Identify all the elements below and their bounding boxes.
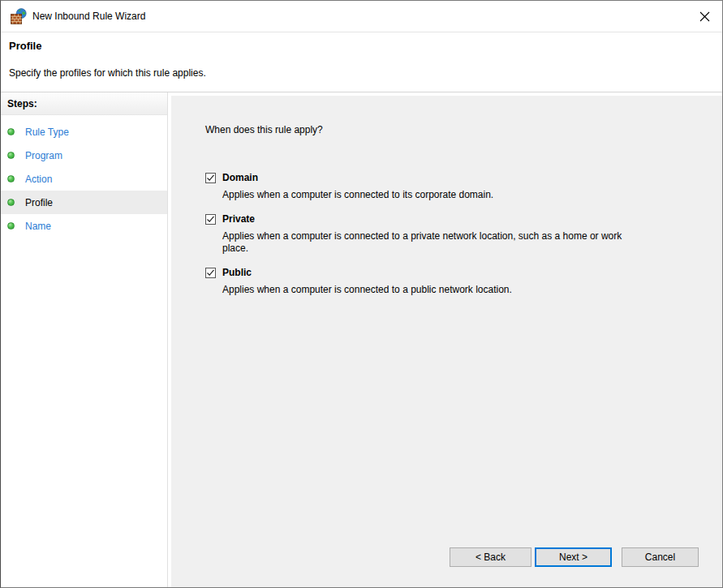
step-label: Profile bbox=[25, 197, 53, 208]
step-complete-icon bbox=[7, 128, 15, 135]
page-header: Profile Specify the profiles for which t… bbox=[1, 32, 722, 92]
domain-description: Applies when a computer is connected to … bbox=[222, 189, 638, 201]
profile-option-private: Private Applies when a computer is conne… bbox=[205, 213, 699, 255]
step-label: Action bbox=[25, 174, 52, 185]
public-description: Applies when a computer is connected to … bbox=[222, 284, 638, 296]
checkmark-icon bbox=[206, 268, 215, 277]
sidebar-item-name[interactable]: Name bbox=[1, 214, 167, 238]
wizard-button-row: < Back Next > Cancel bbox=[205, 547, 699, 567]
sidebar-item-program[interactable]: Program bbox=[1, 144, 167, 167]
profile-option-domain: Domain Applies when a computer is connec… bbox=[205, 172, 699, 201]
step-label: Rule Type bbox=[25, 127, 69, 138]
close-button[interactable] bbox=[691, 3, 717, 29]
cancel-button[interactable]: Cancel bbox=[622, 547, 699, 567]
firewall-icon bbox=[11, 8, 27, 24]
domain-checkbox[interactable] bbox=[205, 173, 216, 183]
step-complete-icon bbox=[7, 152, 15, 159]
public-checkbox-label[interactable]: Public bbox=[222, 267, 252, 278]
step-label: Program bbox=[25, 150, 62, 161]
content-panel: When does this rule apply? Domain Applie… bbox=[171, 96, 722, 587]
close-icon bbox=[699, 11, 711, 23]
checkmark-icon bbox=[206, 215, 215, 224]
title-bar: New Inbound Rule Wizard bbox=[1, 1, 722, 32]
private-checkbox[interactable] bbox=[205, 214, 216, 225]
back-button[interactable]: < Back bbox=[450, 547, 531, 567]
step-complete-icon bbox=[7, 199, 15, 206]
page-title: Profile bbox=[9, 40, 714, 52]
sidebar-item-profile[interactable]: Profile bbox=[1, 191, 167, 214]
profile-option-public: Public Applies when a computer is connec… bbox=[205, 267, 699, 296]
public-checkbox[interactable] bbox=[205, 268, 216, 278]
step-label: Name bbox=[25, 221, 51, 232]
next-button[interactable]: Next > bbox=[535, 547, 612, 567]
step-complete-icon bbox=[7, 222, 15, 230]
window-title: New Inbound Rule Wizard bbox=[32, 11, 145, 22]
steps-sidebar: Steps: Rule Type Program Action Profile bbox=[1, 92, 168, 587]
private-description: Applies when a computer is connected to … bbox=[222, 230, 638, 255]
wizard-window: New Inbound Rule Wizard Profile Specify … bbox=[0, 0, 723, 588]
steps-heading: Steps: bbox=[1, 92, 167, 115]
private-checkbox-label[interactable]: Private bbox=[222, 213, 255, 225]
sidebar-item-rule-type[interactable]: Rule Type bbox=[1, 120, 167, 144]
main-area: Steps: Rule Type Program Action Profile bbox=[1, 92, 722, 587]
page-subtitle: Specify the profiles for which this rule… bbox=[9, 67, 714, 79]
domain-checkbox-label[interactable]: Domain bbox=[222, 172, 258, 183]
question-text: When does this rule apply? bbox=[205, 124, 699, 135]
sidebar-item-action[interactable]: Action bbox=[1, 167, 167, 191]
step-complete-icon bbox=[7, 175, 15, 182]
checkmark-icon bbox=[206, 174, 215, 182]
steps-list: Rule Type Program Action Profile Name bbox=[1, 120, 167, 238]
